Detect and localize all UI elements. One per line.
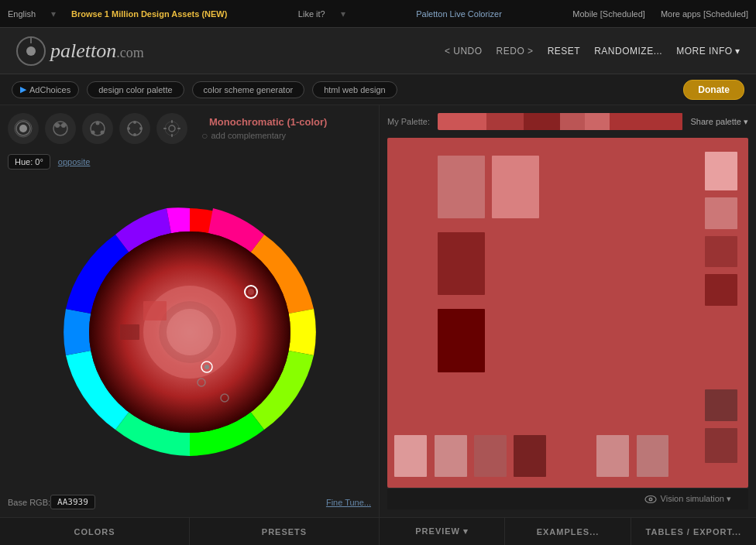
bottom-tabs: COLORS PRESETS PREVIEW ▾ EXAMPLES... TAB… (0, 517, 756, 545)
svg-point-15 (133, 121, 136, 124)
tab-preview[interactable]: PREVIEW ▾ (380, 518, 505, 545)
tab-colors[interactable]: COLORS (0, 518, 190, 545)
palette-seg-5 (585, 113, 610, 130)
svg-point-19 (169, 125, 175, 132)
left-panel: Monochromatic (1-color) ○ add complement… (0, 105, 380, 517)
svg-point-36 (650, 499, 651, 500)
add-complementary-btn[interactable]: ○ add complementary (201, 129, 327, 142)
swatch-1[interactable] (438, 156, 485, 218)
bottom-tab-right-group: PREVIEW ▾ EXAMPLES... TABLES / EXPORT... (380, 518, 756, 545)
swatch-b5[interactable] (596, 435, 629, 477)
mode-mono-icon[interactable] (8, 113, 39, 144)
sub-header: ▶ AdChoices design color palette color s… (0, 74, 756, 105)
logo: paletton .com (15, 36, 445, 67)
mobile-link[interactable]: Mobile [Scheduled] (572, 9, 645, 19)
randomize-button[interactable]: RANDOMIZE... (594, 46, 662, 57)
palette-label: My Palette: (387, 117, 430, 126)
svg-point-3 (19, 125, 27, 132)
html-web-btn[interactable]: html web design (312, 81, 397, 98)
tab-presets[interactable]: PRESETS (190, 518, 379, 545)
hue-value: Hue: 0° (8, 154, 50, 170)
swatch-b4[interactable] (514, 435, 546, 477)
mode-tetrad-icon[interactable] (119, 113, 150, 144)
bottom-tab-left-group: COLORS PRESETS (0, 518, 380, 545)
svg-point-30 (248, 289, 254, 295)
svg-rect-24 (177, 128, 180, 129)
base-rgb-value: AA3939 (50, 495, 95, 509)
svg-point-16 (139, 127, 143, 130)
redo-button[interactable]: REDO > (497, 46, 534, 57)
color-wheel-container[interactable] (8, 173, 371, 491)
svg-point-20 (165, 122, 179, 135)
opposite-link[interactable]: opposite (58, 157, 91, 166)
swatch-2[interactable] (492, 156, 539, 218)
swatch-4[interactable] (438, 309, 485, 372)
undo-button[interactable]: < UNDO (445, 46, 483, 57)
palette-seg-6 (610, 113, 683, 130)
svg-point-29 (167, 309, 213, 355)
more-info-button[interactable]: MORE INFO ▾ (676, 46, 741, 57)
palette-bar: My Palette: Share palette ▾ (387, 113, 748, 130)
adchoices[interactable]: ▶ AdChoices (12, 81, 79, 98)
swatch-r1[interactable] (705, 152, 737, 190)
svg-point-12 (91, 131, 95, 135)
more-apps-link[interactable]: More apps [Scheduled] (661, 9, 748, 19)
swatches-area (387, 138, 748, 488)
live-colorizer-link[interactable]: Paletton Live Colorizer (416, 9, 502, 19)
base-rgb-label: Base RGB: (8, 498, 50, 507)
color-scheme-btn[interactable]: color scheme generator (192, 81, 305, 98)
language-selector[interactable]: English (8, 9, 36, 19)
mode-selector: Monochromatic (1-color) ○ add complement… (8, 113, 371, 144)
vision-simulation-btn[interactable]: Vision simulation ▾ (635, 493, 741, 506)
palette-seg-2 (486, 113, 523, 130)
tab-examples[interactable]: EXAMPLES... (505, 518, 631, 545)
base-rgb-row: Base RGB: AA3939 Fine Tune... (8, 495, 371, 509)
logo-text-main: paletton (50, 39, 116, 63)
donate-button[interactable]: Donate (683, 80, 744, 100)
swatch-b6[interactable] (637, 435, 669, 477)
svg-rect-33 (120, 324, 139, 340)
svg-point-6 (53, 122, 67, 135)
swatch-b3[interactable] (474, 435, 507, 477)
svg-point-13 (101, 131, 105, 135)
top-bar: English ▾ Browse 1 Million Design Assets… (0, 0, 756, 28)
swatch-r6[interactable] (705, 428, 737, 463)
main: Monochromatic (1-color) ○ add complement… (0, 105, 756, 517)
mode-label: Monochromatic (1-color) (209, 116, 327, 128)
right-panel: My Palette: Share palette ▾ (380, 105, 756, 517)
hue-control: Hue: 0° opposite (8, 154, 371, 170)
color-wheel-svg[interactable] (58, 201, 321, 464)
swatch-r2[interactable] (705, 197, 737, 229)
share-palette-btn[interactable]: Share palette ▾ (691, 117, 749, 127)
tab-tables[interactable]: TABLES / EXPORT... (631, 518, 756, 545)
swatch-3[interactable] (438, 232, 485, 295)
mode-settings-icon[interactable] (156, 113, 187, 144)
mode-info: Monochromatic (1-color) ○ add complement… (201, 116, 327, 142)
swatch-r4[interactable] (705, 274, 737, 306)
svg-rect-32 (143, 301, 167, 320)
palette-seg-3 (524, 113, 560, 130)
swatch-r5[interactable] (705, 389, 737, 421)
mode-triad-icon[interactable] (82, 113, 113, 144)
svg-rect-22 (171, 134, 173, 137)
header-nav: < UNDO REDO > RESET RANDOMIZE... MORE IN… (445, 46, 741, 57)
browse-link[interactable]: Browse 1 Million Design Assets (NEW) (71, 9, 227, 19)
vision-bar: Vision simulation ▾ (387, 488, 748, 509)
logo-text-ext: .com (116, 45, 144, 61)
swatch-r3[interactable] (705, 236, 737, 268)
swatch-b2[interactable] (435, 435, 467, 477)
header: paletton .com < UNDO REDO > RESET RANDOM… (0, 28, 756, 74)
svg-point-1 (26, 46, 36, 56)
svg-point-11 (96, 122, 100, 125)
palette-strip (438, 113, 682, 130)
palette-seg-4 (560, 113, 585, 130)
fine-tune-link[interactable]: Fine Tune... (326, 498, 371, 507)
design-palette-btn[interactable]: design color palette (87, 81, 184, 98)
swatch-b1[interactable] (394, 435, 427, 477)
logo-icon (15, 36, 46, 67)
reset-button[interactable]: RESET (548, 46, 581, 57)
svg-point-18 (127, 127, 130, 130)
svg-rect-21 (171, 120, 173, 123)
mode-adjacent-icon[interactable] (45, 113, 76, 144)
likeit-link[interactable]: Like it? (298, 9, 325, 19)
